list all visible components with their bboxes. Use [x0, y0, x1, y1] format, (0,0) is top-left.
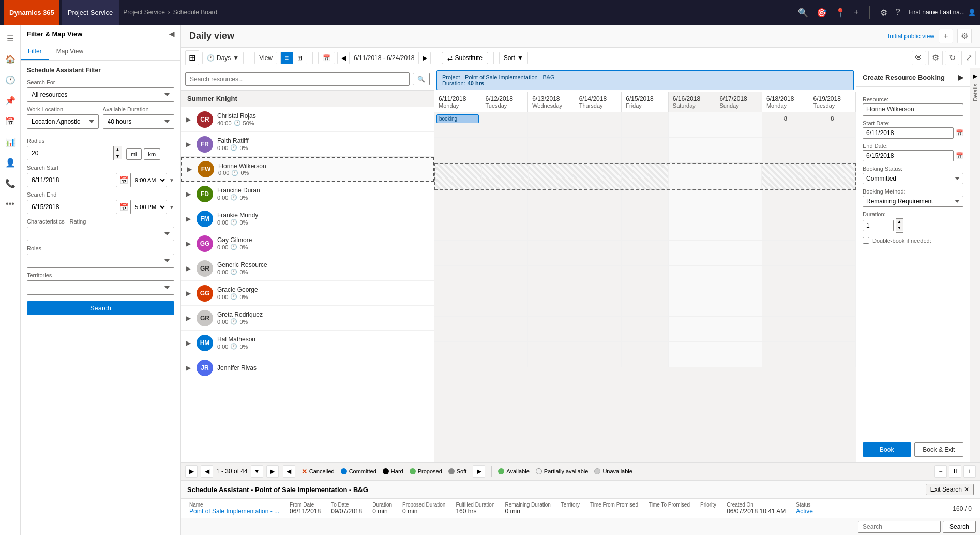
view-selector[interactable]: Initial public view [888, 33, 934, 40]
duration-down-icon[interactable]: ▼ [896, 225, 903, 231]
tab-filter[interactable]: Filter [21, 43, 49, 60]
duration-input[interactable] [863, 220, 894, 231]
view-btn[interactable]: View [254, 52, 277, 64]
row-expand-icon[interactable]: ▶ [186, 116, 194, 123]
booking-status-select[interactable]: Committed [863, 173, 963, 184]
book-button[interactable]: Book [863, 442, 911, 457]
sidebar-home-icon[interactable]: 🏠 [1, 50, 20, 68]
end-date-calendar-icon[interactable]: 📅 [956, 152, 963, 159]
list-item[interactable]: ▶ FM Frankie Mundy 0:00🕐0% [181, 206, 434, 231]
search-for-select[interactable]: All resources [27, 87, 174, 102]
name-value[interactable]: Point of Sale Implementation - ... [189, 508, 279, 515]
eye-icon[interactable]: 👁 [912, 51, 926, 65]
start-date-input[interactable] [863, 127, 954, 139]
grid-view-btn[interactable]: ⊞ [293, 52, 307, 64]
zoom-out-btn[interactable]: − [934, 465, 947, 478]
add-view-btn[interactable]: + [939, 29, 953, 43]
expand-icon[interactable]: ⤢ [961, 51, 976, 65]
list-item[interactable]: ▶ GR Generic Resource 0:00🕐0% [181, 256, 434, 281]
row-expand-icon[interactable]: ▶ [186, 265, 194, 272]
settings-icon[interactable]: ⚙ [880, 8, 887, 18]
list-item[interactable]: ▶ CR Christal Rojas 40:00🕐50% [181, 107, 434, 132]
legend-nav-next[interactable]: ▶ [473, 465, 485, 478]
list-item[interactable]: ▶ HM Hal Matheson 0:00🕐0% [181, 331, 434, 355]
duration-up-icon[interactable]: ▲ [896, 219, 903, 225]
filter-panel-collapse-icon[interactable]: ◀ [169, 30, 174, 38]
search-end-calendar-icon[interactable]: 📅 [119, 203, 128, 211]
sidebar-recent-icon[interactable]: 🕐 [1, 70, 20, 89]
board-search-prev-btn[interactable]: ▶ [185, 465, 198, 478]
calendar-btn[interactable]: 📅 [318, 52, 335, 64]
list-item[interactable]: ▶ FR Faith Ratliff 0:00🕐0% [181, 132, 434, 157]
module-name[interactable]: Project Service [62, 0, 119, 25]
sidebar-calendar-icon[interactable]: 📅 [1, 112, 20, 130]
end-date-input[interactable] [863, 150, 954, 161]
zoom-in-btn[interactable]: + [963, 465, 976, 478]
substitute-btn[interactable]: ⇄ Substitute [442, 52, 488, 64]
available-duration-select[interactable]: 40 hours [103, 114, 175, 129]
book-exit-button[interactable]: Book & Exit [914, 442, 964, 457]
add-icon[interactable]: + [854, 8, 858, 17]
page-next-btn[interactable]: ▼ [251, 465, 263, 478]
work-location-select[interactable]: Location Agnostic [27, 114, 99, 129]
list-item[interactable]: ▶ GG Gay Gilmore 0:00🕐0% [181, 231, 434, 256]
refresh-icon[interactable]: ↻ [945, 51, 959, 65]
app-name[interactable]: Dynamics 365 [4, 0, 59, 25]
row-expand-icon[interactable]: ▶ [186, 315, 194, 322]
search-end-date-input[interactable] [27, 200, 117, 214]
radius-km-btn[interactable]: km [144, 148, 161, 160]
radius-up-icon[interactable]: ▲ [114, 146, 122, 153]
sidebar-pinned-icon[interactable]: 📌 [1, 91, 20, 110]
list-view-btn[interactable]: ≡ [281, 52, 293, 64]
status-value[interactable]: Active [796, 508, 813, 515]
add-row-btn[interactable]: ⊞ [185, 50, 199, 65]
row-expand-icon[interactable]: ▶ [186, 240, 194, 247]
bottom-search-button[interactable]: Search [943, 521, 976, 533]
list-item[interactable]: ▶ GG Gracie George 0:00🕐0% [181, 281, 434, 306]
double-book-checkbox[interactable] [863, 237, 869, 244]
row-expand-icon[interactable]: ▶ [186, 364, 194, 371]
search-end-time-select[interactable]: 5:00 PM [130, 200, 167, 214]
details-sidebar[interactable]: ▶ Details [970, 68, 980, 462]
sidebar-phone-icon[interactable]: 📞 [1, 174, 20, 192]
page-prev-btn[interactable]: ◀ [201, 465, 213, 478]
sidebar-menu-icon[interactable]: ☰ [1, 29, 20, 48]
map-marker-icon[interactable]: 📍 [835, 8, 846, 18]
radius-input[interactable] [27, 146, 114, 160]
row-expand-icon[interactable]: ▶ [186, 190, 194, 198]
search-button[interactable]: Search [27, 301, 174, 315]
bottom-search-input[interactable] [858, 521, 941, 533]
list-item[interactable]: ▶ JR Jennifer Rivas [181, 355, 434, 380]
roles-select[interactable] [27, 254, 174, 268]
pause-btn[interactable]: ⏸ [949, 465, 961, 478]
legend-nav-prev[interactable]: ◀ [283, 465, 295, 478]
right-panel-expand-icon[interactable]: ▶ [958, 73, 963, 81]
booking-method-select[interactable]: Remaining Requirement [863, 196, 963, 207]
resource-search-icon[interactable]: 🔍 [413, 73, 430, 85]
help-icon[interactable]: ? [896, 8, 900, 17]
sidebar-chart-icon[interactable]: 📊 [1, 132, 20, 151]
row-expand-icon[interactable]: ▶ [186, 141, 194, 148]
radius-mi-btn[interactable]: mi [126, 148, 142, 160]
radius-down-icon[interactable]: ▼ [114, 153, 122, 159]
search-start-time-select[interactable]: 9:00 AM [130, 173, 167, 187]
settings-view-btn[interactable]: ⚙ [957, 29, 972, 43]
date-next-btn[interactable]: ▶ [418, 52, 431, 64]
list-item[interactable]: ▶ GR Greta Rodriquez 0:00🕐0% [181, 306, 434, 331]
list-item[interactable]: ▶ FW Florine Wilkerson 0:00🕐0% [181, 157, 434, 182]
start-date-calendar-icon[interactable]: 📅 [956, 129, 963, 137]
sidebar-more-icon[interactable]: ••• [1, 195, 20, 213]
row-expand-icon[interactable]: ▶ [186, 290, 194, 297]
row-expand-icon[interactable]: ▶ [187, 166, 195, 173]
row-expand-icon[interactable]: ▶ [186, 339, 194, 347]
date-prev-btn[interactable]: ◀ [337, 52, 350, 64]
config-icon[interactable]: ⚙ [928, 51, 943, 65]
search-start-calendar-icon[interactable]: 📅 [119, 176, 128, 184]
search-icon[interactable]: 🔍 [798, 8, 808, 18]
tab-map-view[interactable]: Map View [49, 43, 91, 60]
search-start-date-input[interactable] [27, 173, 117, 187]
list-item[interactable]: ▶ FD Francine Duran 0:00🕐0% [181, 182, 434, 206]
sort-btn[interactable]: Sort ▼ [499, 52, 528, 64]
characteristics-select[interactable] [27, 227, 174, 241]
row-expand-icon[interactable]: ▶ [186, 215, 194, 222]
